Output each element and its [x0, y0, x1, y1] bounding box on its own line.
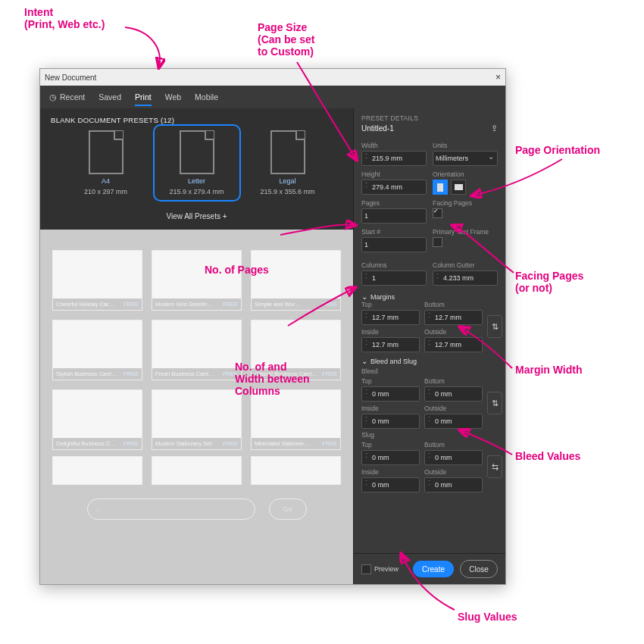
slug-top-input[interactable]: ˄˅0 mm — [361, 450, 420, 465]
gutter-label: Column Gutter — [433, 261, 498, 269]
preset-details-panel: PRESET DETAILS Untitled-1 ⇪ Width ˄˅215.… — [353, 108, 505, 584]
link-bleed-icon[interactable]: ⇅ — [487, 392, 502, 414]
bleed-inside-input[interactable]: ˄˅0 mm — [361, 414, 420, 429]
annotation-slug: Slug Values — [458, 611, 517, 623]
orientation-label: Orientation — [433, 170, 498, 178]
units-value: Millimeters — [433, 155, 497, 162]
margin-bottom-input[interactable]: ˄˅12.7 mm — [424, 310, 483, 325]
pages-input[interactable]: 1 — [361, 208, 427, 224]
preset-legal[interactable]: Legal 215.9 x 355.6 mm — [250, 130, 326, 195]
preset-name: A4 — [102, 177, 110, 185]
units-select[interactable]: Millimeters — [433, 151, 498, 166]
margin-outside-input[interactable]: ˄˅12.7 mm — [424, 337, 483, 352]
preset-letter[interactable]: Letter 215.9 x 279.4 mm — [159, 130, 235, 195]
bleed-top-input[interactable]: ˄˅0 mm — [361, 386, 420, 402]
units-label: Units — [433, 142, 498, 149]
tab-saved[interactable]: Saved — [98, 88, 121, 106]
margin-bottom-label: Bottom — [424, 301, 483, 308]
slug-bottom-input[interactable]: ˄˅0 mm — [424, 450, 483, 465]
preset-details-heading: PRESET DETAILS — [361, 114, 418, 122]
width-input[interactable]: ˄˅215.9 mm — [361, 151, 427, 166]
pages-label: Pages — [361, 199, 427, 207]
orientation-portrait[interactable] — [433, 180, 448, 195]
left-pane: BLANK DOCUMENT PRESETS (12) A4 210 x 297… — [40, 108, 353, 584]
annotation-margin: Margin Width — [515, 364, 583, 376]
margin-outside-label: Outside — [424, 328, 483, 336]
annotation-columns: No. of and Width between Columns — [235, 361, 310, 397]
templates-heading: TEMPLATES (75) — [40, 230, 353, 250]
bleed-slug-section[interactable]: Bleed and Slug — [354, 352, 505, 365]
preset-a4[interactable]: A4 210 x 297 mm — [68, 130, 144, 195]
link-slug-icon[interactable]: ⇆ — [487, 455, 502, 478]
gutter-input[interactable]: ˄˅4.233 mm — [433, 270, 498, 286]
page-icon — [270, 130, 305, 174]
facing-pages-checkbox[interactable] — [433, 208, 442, 218]
primary-text-frame-label: Primary Text Frame — [433, 228, 498, 236]
page-icon — [180, 130, 214, 174]
preset-name: Legal — [279, 177, 295, 185]
margin-inside-label: Inside — [361, 328, 420, 336]
preview-checkbox[interactable] — [361, 564, 371, 574]
bleed-inside-label: Inside — [361, 405, 420, 412]
start-value: 1 — [362, 241, 426, 249]
preset-dims: 215.9 x 279.4 mm — [169, 188, 224, 195]
view-all-presets[interactable]: View All Presets + — [40, 206, 353, 230]
annotation-orientation: Page Orientation — [515, 144, 600, 156]
slug-outside-input[interactable]: ˄˅0 mm — [424, 477, 483, 492]
bleed-heading: Bleed — [361, 367, 378, 375]
create-button[interactable]: Create — [413, 561, 454, 577]
bleed-slug-heading: Bleed and Slug — [370, 358, 417, 365]
start-label: Start # — [361, 228, 427, 236]
columns-value: 1 — [370, 274, 426, 282]
close-button[interactable]: Close — [460, 560, 498, 578]
tab-print[interactable]: Print — [135, 88, 152, 106]
preset-name: Letter — [188, 177, 205, 185]
document-name[interactable]: Untitled-1 — [361, 124, 394, 133]
margins-section[interactable]: Margins — [354, 288, 505, 301]
preset-row: A4 210 x 297 mm Letter 215.9 x 279.4 mm … — [40, 130, 353, 206]
start-input[interactable]: 1 — [361, 237, 427, 252]
height-input[interactable]: ˄˅279.4 mm — [361, 180, 427, 195]
height-value: 279.4 mm — [370, 183, 426, 191]
bleed-bottom-input[interactable]: ˄˅0 mm — [424, 386, 483, 402]
slug-bottom-label: Bottom — [424, 441, 483, 449]
pages-value: 1 — [362, 212, 426, 220]
export-icon[interactable]: ⇪ — [491, 123, 498, 133]
preset-dims: 215.9 x 355.6 mm — [260, 188, 314, 195]
margin-top-input[interactable]: ˄˅12.7 mm — [361, 310, 420, 325]
width-value: 215.9 mm — [370, 155, 426, 162]
annotation-intent: Intent (Print, Web etc.) — [24, 6, 105, 30]
margins-heading: Margins — [370, 293, 395, 301]
clock-icon: ◷ — [49, 92, 57, 102]
slug-inside-label: Inside — [361, 468, 420, 476]
intent-tabbar: ◷ Recent Saved Print Web Mobile — [40, 86, 505, 108]
window-title: New Document — [45, 73, 96, 82]
margin-inside-input[interactable]: ˄˅12.7 mm — [361, 337, 420, 352]
height-label: Height — [361, 170, 427, 178]
annotation-facing: Facing Pages (or not) — [515, 270, 583, 294]
margin-top-label: Top — [361, 301, 420, 308]
columns-label: Columns — [361, 261, 427, 269]
preset-dims: 210 x 297 mm — [84, 188, 127, 195]
gutter-value: 4.233 mm — [441, 274, 497, 282]
page-icon — [89, 130, 123, 174]
bleed-outside-input[interactable]: ˄˅0 mm — [424, 414, 483, 429]
bleed-outside-label: Outside — [424, 405, 483, 412]
primary-text-frame-checkbox[interactable] — [433, 237, 442, 247]
columns-input[interactable]: ˄˅1 — [361, 270, 427, 286]
bleed-bottom-label: Bottom — [424, 377, 483, 385]
templates-area: TEMPLATES (75) Cheerful Holiday Car…FREE… — [40, 230, 353, 584]
bleed-top-label: Top — [361, 377, 420, 385]
link-margins-icon[interactable]: ⇅ — [487, 315, 502, 338]
tab-mobile[interactable]: Mobile — [195, 88, 218, 106]
tab-web[interactable]: Web — [165, 88, 181, 106]
close-icon[interactable]: × — [496, 72, 501, 83]
tab-recent[interactable]: ◷ Recent — [49, 88, 85, 106]
orientation-landscape[interactable] — [451, 180, 466, 195]
facing-pages-label: Facing Pages — [433, 199, 498, 207]
slug-heading: Slug — [361, 431, 374, 439]
annotation-bleed: Bleed Values — [515, 450, 580, 462]
slug-top-label: Top — [361, 441, 420, 449]
slug-inside-input[interactable]: ˄˅0 mm — [361, 477, 420, 492]
blank-presets-heading: BLANK DOCUMENT PRESETS (12) — [40, 108, 353, 130]
